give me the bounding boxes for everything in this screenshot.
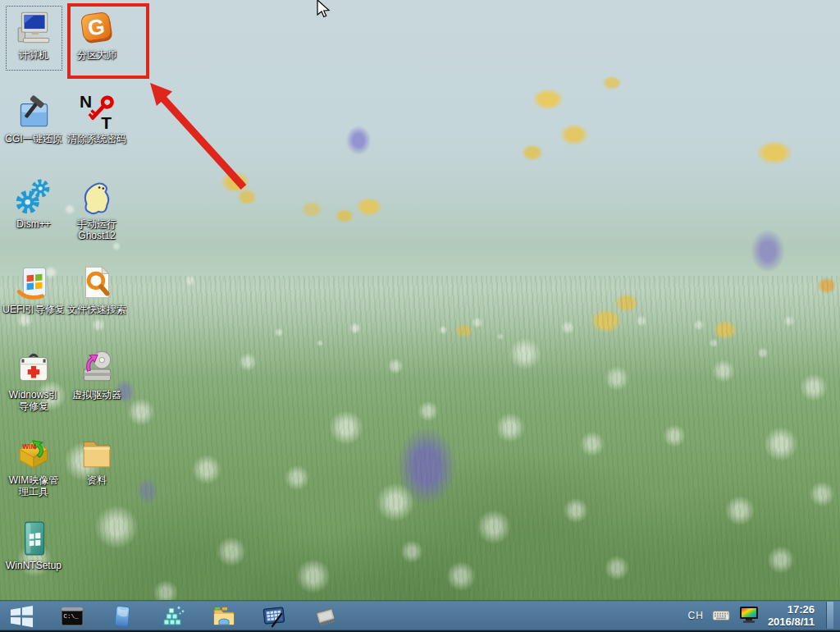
desktop-icon-label: 分区大师 [77, 49, 116, 61]
windows-flag-repair-icon [14, 263, 53, 302]
desktop-icon-file-search[interactable]: 文件快速搜索 [66, 263, 127, 315]
desktop-icon-label: 资料 [87, 474, 107, 486]
show-desktop-button[interactable] [826, 602, 833, 629]
explorer-folder-icon [212, 604, 236, 629]
clock-time: 17:26 [788, 603, 815, 616]
desktop-icon-windows-boot-repair[interactable]: Widnows引 导修复 [3, 348, 64, 412]
desktop-icon-clear-password[interactable]: N T 清除系统密码 [66, 92, 127, 144]
desktop-icon-label: 清除系统密码 [67, 133, 126, 144]
partition-g-letter: G [86, 14, 106, 41]
keyboard-tray-icon[interactable] [712, 610, 730, 621]
wim-text: WIM [22, 442, 36, 451]
wim-box-icon: WIM [14, 433, 53, 473]
cgi-restore-icon [14, 92, 53, 131]
desktop-icon-partition-master[interactable]: G 分区大师 [66, 8, 127, 61]
taskbar-command-prompt[interactable]: C:\_ [57, 602, 87, 630]
display-settings-tray-icon[interactable] [738, 606, 760, 625]
memory-chip-icon [313, 604, 338, 629]
taskbar-file-explorer[interactable] [209, 602, 239, 630]
taskbar-registry-editor[interactable] [158, 602, 188, 630]
file-search-icon [77, 263, 116, 302]
taskbar-memory-chip[interactable] [311, 602, 340, 630]
input-language-indicator[interactable]: CH [688, 610, 704, 621]
cmd-prompt-text: C:\_ [64, 613, 80, 620]
desktop-icon-label: WinNTSetup [6, 560, 62, 571]
desktop-icon-label: 文件快速搜索 [67, 304, 126, 315]
blue-panel-icon [110, 604, 135, 629]
gears-icon [14, 177, 53, 217]
winntsetup-icon [14, 519, 53, 558]
first-aid-kit-icon [14, 348, 53, 387]
taskbar: C:\_ [0, 600, 840, 632]
windows-start-icon [9, 604, 34, 628]
taskbar-notes-panel[interactable] [107, 602, 137, 630]
computer-icon [14, 8, 53, 48]
taskbar-tablet-input[interactable] [259, 602, 289, 630]
desktop-icon-dism[interactable]: Dism++ [3, 177, 64, 230]
desktop-icon-winntsetup[interactable]: WinNTSetup [3, 519, 64, 571]
desktop-icon-wim-manager[interactable]: WIM WIM映像管 理工具 [3, 433, 64, 497]
desktop-icon-uefi-fix[interactable]: UEFI引导修复 [3, 263, 64, 315]
folder-icon [77, 433, 116, 473]
partition-master-icon: G [77, 8, 116, 48]
virtual-drive-icon [77, 348, 116, 387]
desktop-icon-label: Dism++ [16, 218, 50, 230]
desktop-icon-label: Widnows引 导修复 [9, 389, 59, 412]
nt-letter-t: T [101, 113, 112, 131]
desktop-icon-ghost[interactable]: 手动运行 Ghost12 [66, 177, 127, 241]
desktop-icon-label: UEFI引导修复 [2, 304, 64, 315]
desktop-icon-label: 手动运行 Ghost12 [77, 218, 116, 241]
ghost-icon [77, 177, 116, 217]
registry-cubes-icon [161, 604, 185, 629]
taskbar-clock[interactable]: 17:26 2016/8/11 [768, 603, 815, 628]
desktop-icon-data-folder[interactable]: 资料 [66, 433, 127, 486]
nt-password-icon: N T [77, 92, 116, 131]
desktop-icon-label: CGI一键还原 [5, 133, 62, 144]
tablet-pen-icon [262, 604, 286, 629]
system-tray: CH 17:26 2016/8/11 [688, 600, 833, 630]
desktop-icon-label: 计算机 [19, 49, 48, 61]
desktop-icon-cgi-restore[interactable]: CGI一键还原 [3, 92, 64, 144]
desktop-icon-label: 虚拟驱动器 [72, 389, 121, 401]
nt-letter-n: N [80, 93, 92, 111]
command-prompt-icon: C:\_ [60, 604, 84, 629]
desktop-icon-computer[interactable]: 计算机 [3, 8, 64, 61]
clock-date: 2016/8/11 [768, 616, 815, 628]
desktop-icon-label: WIM映像管 理工具 [9, 474, 59, 497]
desktop-screen: 计算机 G 分区大师 CGI一键还原 [0, 0, 840, 632]
desktop-icon-virtual-drive[interactable]: 虚拟驱动器 [66, 348, 127, 401]
start-button[interactable] [7, 602, 36, 630]
